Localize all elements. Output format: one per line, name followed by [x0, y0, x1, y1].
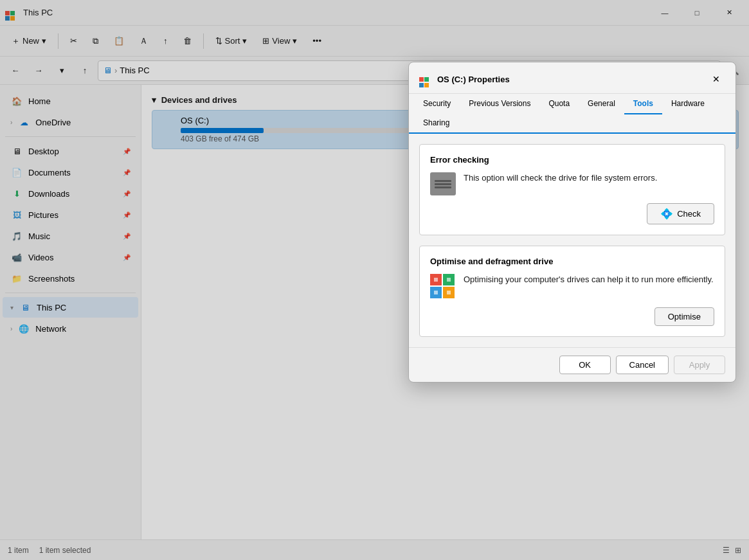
- svg-rect-7: [447, 291, 451, 294]
- dialog-title-icon: [419, 73, 432, 86]
- error-checking-btn-row: 💠 Check: [430, 203, 714, 224]
- svg-rect-5: [447, 278, 451, 282]
- tab-general[interactable]: General: [579, 94, 624, 114]
- dialog-footer: OK Cancel Apply: [409, 347, 735, 382]
- error-checking-body: This option will check the drive for fil…: [430, 172, 714, 195]
- dialog-title-bar: OS (C:) Properties ✕: [409, 62, 735, 94]
- hdd-icon: [430, 172, 456, 195]
- dialog-title: OS (C:) Properties: [437, 75, 707, 84]
- hdd-line-3: [435, 186, 451, 188]
- cancel-button[interactable]: Cancel: [616, 356, 669, 374]
- tab-sharing[interactable]: Sharing: [414, 113, 458, 134]
- svg-rect-4: [434, 278, 438, 282]
- dialog-content: Error checking This option will check th…: [409, 134, 735, 347]
- ok-button[interactable]: OK: [559, 356, 611, 374]
- optimise-title: Optimise and defragment drive: [430, 257, 714, 266]
- svg-rect-6: [434, 291, 438, 294]
- dialog-overlay: OS (C:) Properties ✕ Security Previous V…: [0, 0, 749, 560]
- tab-security[interactable]: Security: [414, 94, 460, 114]
- optimise-body: Optimising your computer's drives can he…: [430, 274, 714, 300]
- properties-dialog: OS (C:) Properties ✕ Security Previous V…: [408, 62, 736, 383]
- tab-quota[interactable]: Quota: [539, 94, 579, 114]
- optimise-btn-row: Optimise: [430, 307, 714, 326]
- optimise-text: Optimising your computer's drives can he…: [464, 274, 714, 285]
- apply-button[interactable]: Apply: [674, 356, 725, 374]
- hdd-line-2: [435, 183, 451, 185]
- dialog-close-button[interactable]: ✕: [707, 70, 725, 88]
- error-checking-text: This option will check the drive for fil…: [464, 172, 714, 184]
- optimise-section: Optimise and defragment drive: [419, 246, 725, 337]
- tab-hardware[interactable]: Hardware: [662, 94, 714, 114]
- error-checking-title: Error checking: [430, 155, 714, 165]
- defrag-icon: [430, 274, 456, 300]
- optimise-button[interactable]: Optimise: [654, 307, 714, 326]
- dialog-tabs: Security Previous Versions Quota General…: [409, 94, 735, 134]
- tab-tools[interactable]: Tools: [624, 94, 662, 114]
- tab-previous-versions[interactable]: Previous Versions: [460, 94, 539, 114]
- check-button[interactable]: 💠 Check: [647, 203, 714, 224]
- check-gem-icon: 💠: [660, 208, 673, 220]
- error-checking-section: Error checking This option will check th…: [419, 144, 725, 235]
- hdd-line-1: [435, 180, 451, 182]
